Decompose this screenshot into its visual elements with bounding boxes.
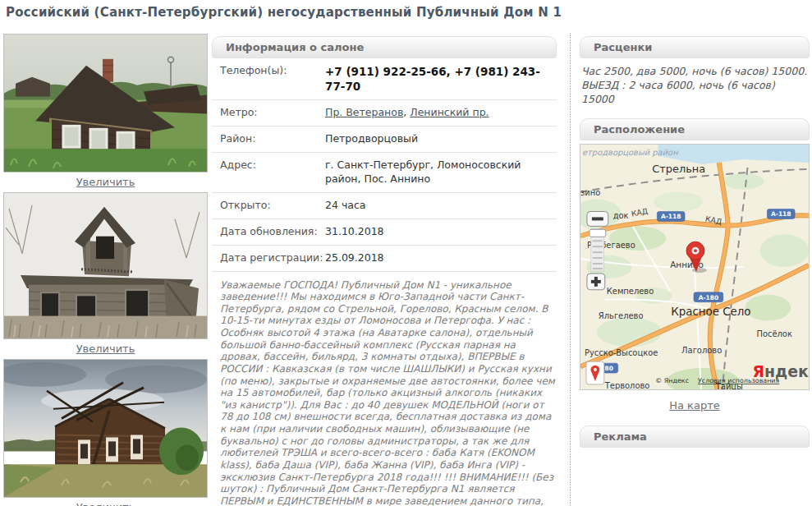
map-label-krasnoe-selo: Красное Село (671, 305, 750, 317)
svg-text:А-180: А-180 (699, 293, 718, 301)
map-label-kempelevo: Кемпелево (607, 286, 654, 295)
photo-column: Увеличить (3, 34, 208, 506)
map-label-poselok: Посёлок (756, 329, 791, 338)
page-title: Российский (Санкт-Петербургский) негосуд… (6, 5, 562, 20)
row-label: Адрес: (220, 159, 325, 186)
metro-link-veteranov[interactable]: Пр. Ветеранов (325, 106, 403, 118)
district-value: Петродворцовый (325, 132, 557, 146)
zoom-slider[interactable] (590, 228, 606, 271)
map-label-yalgelevo: Яльгелево (599, 310, 644, 320)
photo-card-3: Увеличить (3, 359, 208, 506)
row-label: Открыто: (220, 199, 325, 213)
column-divider (570, 33, 571, 506)
map-label-strelna: Стрельна (652, 162, 705, 174)
table-row-district: Район: Петродворцовый (212, 126, 557, 153)
metro-link-leninsky[interactable]: Ленинский пр. (410, 106, 489, 118)
table-row-updated: Дата обновления: 31.10.2018 (212, 219, 557, 246)
table-row-open: Открыто: 24 часа (212, 193, 557, 219)
map-copyright: © Яндекс (655, 377, 689, 384)
row-label: Телефон(ы): (220, 64, 325, 94)
map-label-tervolovo: Терволово (604, 381, 650, 389)
on-map-link[interactable]: На карте (669, 399, 720, 412)
table-row-phones: Телефон(ы): +7 (911) 922-25-66, +7 (981)… (212, 58, 557, 100)
photo-card-2: Увеличить (3, 192, 208, 357)
enlarge-link-1[interactable]: Увеличить (76, 176, 135, 188)
row-label: Район: (220, 132, 325, 146)
yandex-map[interactable]: етродворцовый район Стрельна зино док КА… (580, 144, 810, 390)
table-row-registered: Дата регистрации: 25.09.2018 (212, 246, 557, 272)
right-sidebar: Расценки Час 2500, два 5000, ночь (6 час… (580, 36, 810, 506)
zoom-out-button[interactable] (587, 211, 608, 226)
phones-value: +7 (911) 922-25-66, +7 (981) 243-77-70 (325, 64, 557, 94)
minus-icon (592, 217, 603, 220)
address-value: г. Санкт-Петербург, Ломоносовский район,… (325, 159, 557, 186)
road-badge-a180: А-180 (694, 292, 723, 301)
photo-thumbnail-3[interactable] (3, 359, 208, 498)
photo-thumbnail-1[interactable] (3, 34, 208, 172)
road-badge-a118-west: А-118 (657, 211, 685, 221)
pricing-header: Расценки (580, 36, 810, 58)
updated-value: 31.10.2018 (325, 225, 557, 239)
registered-value: 25.09.2018 (325, 251, 557, 265)
svg-text:80: 80 (605, 365, 613, 372)
map-label-lagolovo: Лаголово (681, 346, 722, 355)
salon-info-header: Информация о салоне (212, 36, 557, 58)
enlarge-link-3[interactable]: Увеличить (76, 501, 135, 506)
row-label: Метро: (220, 106, 325, 120)
salon-description: Уважаемые ГОСПОДА! Публичный Дом N1 - ун… (212, 279, 557, 506)
enlarge-link-2[interactable]: Увеличить (76, 343, 135, 355)
salon-info-table: Телефон(ы): +7 (911) 922-25-66, +7 (981)… (212, 58, 557, 272)
svg-text:А-118: А-118 (771, 210, 791, 218)
photo-1-old-wooden-house (4, 34, 207, 172)
show-pin-button[interactable] (586, 361, 604, 384)
table-row-address: Адрес: г. Санкт-Петербург, Ломоносовский… (212, 153, 557, 193)
pricing-text: Час 2500, два 5000, ночь (6 часов) 15000… (581, 65, 808, 107)
photo-card-1: Увеличить (3, 34, 208, 191)
pricing-line-1: Час 2500, два 5000, ночь (6 часов) 15000… (581, 65, 808, 79)
salon-info-panel: Информация о салоне Телефон(ы): +7 (911)… (212, 36, 557, 506)
yandex-logo: Яндекс (752, 362, 809, 380)
road-badge-a118-east: А-118 (767, 209, 795, 218)
svg-text:А-118: А-118 (661, 213, 681, 220)
map-label-russko-vysotskoe: Русско-Высоцкое (585, 348, 658, 357)
location-header: Расположение (580, 118, 810, 140)
row-label: Дата обновления: (220, 225, 325, 239)
map-label-dok: док (613, 211, 629, 220)
ads-header: Реклама (580, 426, 810, 448)
open-value: 24 часа (325, 199, 557, 213)
photo-3-log-house (4, 360, 207, 497)
map-label-zino: зино (580, 187, 600, 196)
photo-2-ruined-gray-house (4, 193, 207, 338)
metro-value: Пр. Ветеранов, Ленинский пр. (325, 106, 557, 120)
zoom-slider-handle[interactable] (590, 229, 606, 237)
zoom-in-button[interactable] (587, 274, 605, 290)
row-label: Дата регистрации: (220, 251, 325, 265)
pricing-line-2: ВЫЕЗД : 2 часа 6000, ночь (6 часов) 1500… (581, 79, 808, 107)
map-canvas: етродворцовый район Стрельна зино док КА… (580, 145, 809, 389)
photo-thumbnail-2[interactable] (3, 192, 208, 339)
table-row-metro: Метро: Пр. Ветеранов, Ленинский пр. (212, 100, 557, 126)
map-label-district: етродворцовый район (582, 148, 678, 158)
